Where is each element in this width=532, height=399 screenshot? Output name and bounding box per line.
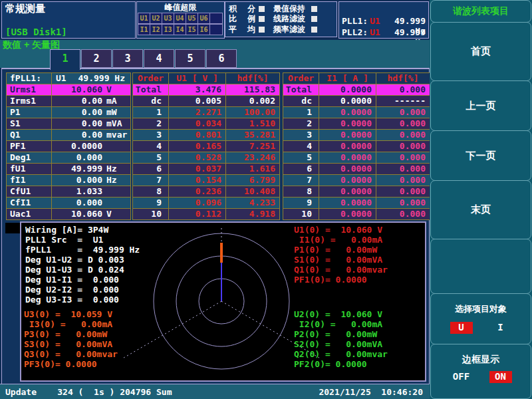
total-value: 3.476 [169, 84, 226, 95]
readout-line: Deg U1-I1 = 0.000 [25, 275, 140, 285]
tab-4[interactable]: 4 [144, 49, 174, 68]
element-row-fI1: fI10.000Hz [7, 175, 130, 186]
param-value: 10.060 [52, 209, 102, 219]
harmonic-row: 20.00000.000 [283, 118, 430, 130]
peak-cell-U6: U6 [198, 13, 210, 24]
option-off[interactable]: OFF [450, 371, 473, 383]
tab-3[interactable]: 3 [112, 49, 143, 68]
value-cell: 0.236 [169, 186, 226, 197]
tab-5[interactable]: 5 [175, 49, 205, 68]
indicator-square-icon [259, 27, 265, 33]
peak-panel-title: 峰值超限 [137, 2, 224, 13]
sidebar-empty-section [430, 239, 531, 294]
value-cell: 0.0000 [319, 141, 376, 152]
param-value: 0.0000 [52, 141, 102, 152]
readout-line: P1(0) = 0.00mW [294, 245, 388, 255]
order-cell: 9 [133, 198, 169, 208]
hdf-cell: 23.246 [226, 152, 279, 163]
element-row-Deg1: Deg10.000 [7, 152, 130, 164]
tab-2[interactable]: 2 [81, 49, 112, 68]
sidebar-button-last-page[interactable]: 末页 [430, 180, 531, 239]
peak-cell-empty [209, 13, 223, 24]
peak-cell-U2: U2 [150, 13, 162, 24]
sidebar-button-home[interactable]: 首页 [430, 22, 531, 81]
param-name: P1 [7, 107, 52, 118]
param-unit [102, 141, 130, 152]
total-value: 0.0000 [319, 84, 376, 95]
hdf-cell: 0.000 [376, 198, 430, 208]
param-value: 0.00 [52, 96, 102, 106]
column-value: U1 [ V ] [169, 73, 226, 84]
hdf-cell: 4.918 [226, 209, 279, 219]
param-value: 0.000 [52, 152, 102, 163]
param-value: 49.999 [52, 164, 102, 174]
harmonic-row: 60.00000.000 [283, 164, 430, 175]
element-row-Irms1: Irms10.00mA [7, 96, 130, 107]
voltage-harmonics-table: OrderU1 [ V ]hdf[%]Total3.476115.83dc0.0… [132, 72, 280, 220]
column-value: I1 [ A ] [319, 73, 376, 84]
indicator-square-icon [259, 16, 265, 22]
averaging-label: 平 均 [229, 24, 255, 35]
readout-line: Deg U3-I3 = 0.000 [25, 295, 140, 305]
order-cell: 7 [133, 175, 169, 186]
value-cell: 0.037 [169, 164, 226, 174]
readout-line: Wiring [A]= 3P4W [25, 225, 140, 235]
option-u[interactable]: U [450, 322, 473, 334]
dc-value: 0.0000 [319, 96, 376, 106]
param-name: S1 [7, 118, 52, 129]
sidebar-button-prev-page[interactable]: 上一页 [430, 80, 531, 131]
pll-panel: PLL1: U1 49.999 Hz PLL2: U1 49.999 Hz [338, 1, 429, 39]
order-cell: 5 [283, 152, 319, 163]
readout-line: PLL1 Src = U1 [25, 235, 140, 245]
option-i[interactable]: I [489, 322, 512, 334]
tab-6[interactable]: 6 [206, 49, 237, 68]
param-name: Q1 [7, 130, 52, 140]
sidebar-button-next-page[interactable]: 下一页 [430, 130, 531, 181]
dc-label: dc [133, 96, 169, 106]
element2-readout-block: U2(0) = 10.060 V I2(0) = 0.00mAP2(0) = 0… [294, 309, 388, 369]
toggle-row-scaling: 比 例 线路滤波 [225, 14, 336, 24]
readout-line: PF3(0)= 0.0000 [24, 359, 118, 369]
hdf-cell: 0.000 [376, 175, 430, 186]
readout-line: Q2(0) = 0.00mvar [294, 349, 388, 359]
value-cell: 0.0000 [319, 175, 376, 186]
home-button-label: 首页 [471, 45, 491, 58]
tab-1[interactable]: 1 [50, 49, 80, 70]
readout-line: Deg U2-I2 = 0.000 [25, 285, 140, 295]
hdf-cell: 0.000 [376, 107, 430, 118]
next-page-button-label: 下一页 [466, 150, 496, 162]
peak-cell-U1: U1 [138, 13, 150, 24]
harmonic-row: 100.1124.918 [133, 209, 279, 219]
indicator-square-icon [311, 27, 317, 33]
peak-cell-I2: I2 [150, 24, 162, 35]
element-row-Uac1: Uac110.060V [7, 209, 130, 219]
peak-row-i: I1I2I3I4I5I6 [138, 24, 223, 35]
prev-page-button-label: 上一页 [466, 100, 496, 112]
readout-line: Q3(0) = 0.00mvar [24, 349, 118, 359]
dc-label: dc [283, 96, 319, 106]
param-name: Irms1 [7, 96, 52, 106]
option-on[interactable]: ON [489, 371, 512, 383]
order-cell: 2 [133, 118, 169, 129]
value-cell: 0.0000 [319, 118, 376, 129]
param-value: 0.000 [52, 175, 102, 186]
harmonic-total-row: Total0.00000.000 [283, 84, 430, 96]
column-order: Order [283, 73, 319, 84]
param-value: 0.00 [52, 107, 102, 118]
peak-cell-I3: I3 [162, 24, 174, 35]
param-name: fU1 [7, 164, 52, 174]
order-cell: 2 [283, 118, 319, 129]
harmonic-row: 20.0341.510 [133, 118, 279, 130]
hdf-cell: 0.000 [376, 152, 430, 163]
order-cell: 3 [283, 130, 319, 140]
hdf-cell: 0.000 [376, 186, 430, 197]
tab-bar: 123456 [50, 49, 237, 70]
order-cell: 1 [133, 107, 169, 118]
current-harmonics-table: OrderI1 [ A ]hdf[%]Total0.00000.000dc0.0… [283, 72, 430, 220]
value-cell: 0.528 [169, 152, 226, 163]
param-unit: mvar [102, 130, 130, 140]
mode-panel: 常规测量 [USB Disk1] [1, 1, 136, 39]
readout-line: P3(0) = 0.00mW [24, 329, 118, 339]
harmonic-row: 40.1657.251 [133, 141, 279, 152]
value-cell: 0.112 [169, 209, 226, 219]
